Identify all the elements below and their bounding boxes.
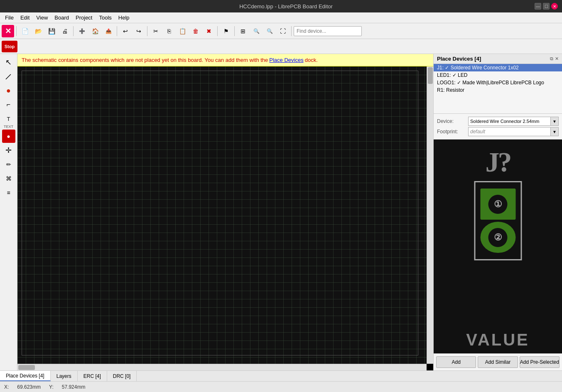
main-area: ↖ | ● ⌐ T TEXT ● ✛ ✏ ⌘ ≡ The schematic c…	[0, 54, 562, 370]
drc-tool-button[interactable]: ●	[2, 130, 15, 143]
zoom-out-button[interactable]: 🔍	[263, 25, 276, 37]
add-similar-button[interactable]: Add Similar	[478, 356, 518, 368]
line-tool-button[interactable]: |	[0, 67, 18, 86]
add-component-button[interactable]: ➕	[76, 25, 88, 37]
menu-edit[interactable]: Edit	[17, 14, 33, 22]
close-window-button[interactable]: ✕	[551, 3, 558, 10]
new-button[interactable]: 📄	[19, 25, 31, 37]
horizontal-scrollbar[interactable]	[17, 364, 427, 370]
device-label: Device:	[437, 118, 468, 124]
toolbar-separator-6	[234, 26, 235, 36]
menu-view[interactable]: View	[33, 14, 51, 22]
canvas-area[interactable]: The schematic contains components which …	[17, 54, 433, 370]
device-item-r1[interactable]: R1: Resistor	[434, 86, 562, 94]
toolbar-separator-1	[16, 26, 17, 36]
tab-erc[interactable]: ERC [4]	[78, 371, 107, 381]
menu-tools[interactable]: Tools	[96, 14, 115, 22]
board-outline	[22, 71, 418, 355]
tab-layers[interactable]: Layers	[51, 371, 78, 381]
footprint-value: default	[468, 127, 550, 136]
right-panel: Place Devices [4] ⧉ ✕ J1: ✓ Soldered Wir…	[433, 54, 562, 370]
device-item-led1[interactable]: LED1: ✓ LED	[434, 71, 562, 79]
pencil-tool-button[interactable]: ✏	[2, 158, 15, 171]
device-item-logo1[interactable]: LOGO1: ✓ Made With|LibrePCB LibrePCB Log…	[434, 79, 562, 86]
add-preselected-button[interactable]: Add Pre-Selected	[520, 356, 560, 368]
grid-button[interactable]: ⊞	[237, 25, 249, 37]
y-label: Y:	[49, 384, 54, 390]
export-button[interactable]: 📤	[102, 25, 115, 37]
toolbar-separator-7	[291, 26, 292, 36]
x-label: X:	[4, 384, 9, 390]
footprint-select-button[interactable]: ▼	[550, 127, 559, 136]
window-title: HCCdemo.lpp - LibrePCB Board Editor	[37, 3, 535, 10]
device-item-j1[interactable]: J1: ✓ Soldered Wire Connector 1x02	[434, 64, 562, 71]
find-device-input[interactable]	[294, 26, 362, 36]
footprint-label: Footprint:	[437, 129, 468, 135]
delete-button[interactable]: 🗑	[189, 25, 202, 37]
cancel-button[interactable]: ✖	[203, 25, 215, 37]
device-j1-name: Soldered Wire Connector 1x02	[451, 65, 519, 71]
redo-button[interactable]: ↪	[133, 25, 145, 37]
tab-drc[interactable]: DRC [0]	[107, 371, 137, 381]
device-list: J1: ✓ Soldered Wire Connector 1x02 LED1:…	[434, 64, 562, 114]
preview-value-text: VALUE	[466, 331, 530, 349]
cut-button[interactable]: ✂	[150, 25, 162, 37]
device-select-button[interactable]: ▼	[550, 117, 559, 126]
route-tool-button[interactable]: ⌘	[2, 172, 15, 185]
pcb-canvas[interactable]	[17, 66, 427, 364]
menu-project[interactable]: Project	[72, 14, 96, 22]
zoom-fit-button[interactable]: ⛶	[277, 25, 289, 37]
place-devices-link[interactable]: Place Devices	[269, 57, 303, 63]
notif-text-after: dock.	[305, 57, 318, 63]
undo-button[interactable]: ↩	[119, 25, 132, 37]
y-value: 57.924mm	[62, 384, 86, 390]
left-toolbar: ↖ | ● ⌐ T TEXT ● ✛ ✏ ⌘ ≡	[0, 54, 17, 370]
zoom-in-button[interactable]: 🔍	[250, 25, 263, 37]
device-r1-id: R1: Resistor	[437, 87, 464, 93]
tab-place-devices[interactable]: Place Devices [4]	[0, 371, 51, 381]
stop-bar: Stop	[0, 39, 562, 54]
notif-text-before: The schematic contains components which …	[22, 57, 268, 63]
panel-header: Place Devices [4] ⧉ ✕	[434, 54, 562, 64]
vscroll-thumb[interactable]	[428, 67, 433, 84]
device-logo1-id: LOGO1: ✓ Made With|LibrePCB LibrePCB Log…	[437, 80, 544, 86]
panel-float-button[interactable]: ⧉	[550, 56, 553, 61]
copy-button[interactable]: ⎘	[163, 25, 175, 37]
cross-tool-button[interactable]: ✛	[2, 144, 15, 157]
footprint-prop-row: Footprint: default ▼	[437, 127, 559, 136]
bottom-tabs: Place Devices [4] Layers ERC [4] DRC [0]	[0, 370, 562, 381]
stop-button[interactable]: Stop	[2, 41, 17, 52]
open-button[interactable]: 📂	[32, 25, 44, 37]
panel-close-button[interactable]: ✕	[555, 56, 559, 61]
flag-button[interactable]: ⚑	[220, 25, 232, 37]
home-button[interactable]: 🏠	[89, 25, 101, 37]
print-button[interactable]: 🖨	[59, 25, 71, 37]
toolbar: ✕ 📄 📂 💾 🖨 ➕ 🏠 📤 ↩ ↪ ✂ ⎘ 📋 🗑 ✖ ⚑ ⊞ 🔍 🔍 ⛶	[0, 23, 562, 39]
hscroll-thumb[interactable]	[18, 365, 35, 370]
menu-bar: File Edit View Board Project Tools Help	[0, 12, 562, 23]
preview-j-text: J?	[486, 146, 510, 179]
maximize-button[interactable]: ☐	[543, 3, 550, 10]
menu-file[interactable]: File	[2, 14, 17, 22]
menu-help[interactable]: Help	[115, 14, 133, 22]
save-button[interactable]: 💾	[45, 25, 58, 37]
toolbar-separator-4	[147, 26, 147, 36]
panel-buttons: Add Add Similar Add Pre-Selected	[434, 353, 562, 370]
preview-pad-2: ②	[480, 222, 515, 253]
paste-button[interactable]: 📋	[176, 25, 189, 37]
device-j1-id: J1: ✓	[437, 65, 451, 71]
vertical-scrollbar[interactable]	[427, 66, 433, 364]
toolbar-separator-3	[117, 26, 117, 36]
preview-pad-1: ①	[480, 189, 515, 220]
text-tool-label: TEXT	[4, 125, 13, 129]
minimize-button[interactable]: —	[535, 3, 541, 10]
list-tool-button[interactable]: ≡	[2, 186, 15, 199]
status-bar: X: 69.623mm Y: 57.924mm	[0, 381, 562, 392]
text-tool-button[interactable]: T TEXT	[2, 112, 15, 129]
menu-board[interactable]: Board	[51, 14, 72, 22]
x-value: 69.623mm	[17, 384, 41, 390]
circle-tool-button[interactable]: ●	[2, 84, 15, 97]
polygon-tool-button[interactable]: ⌐	[2, 98, 15, 111]
close-board-button[interactable]: ✕	[2, 25, 14, 37]
add-button[interactable]: Add	[436, 356, 476, 368]
